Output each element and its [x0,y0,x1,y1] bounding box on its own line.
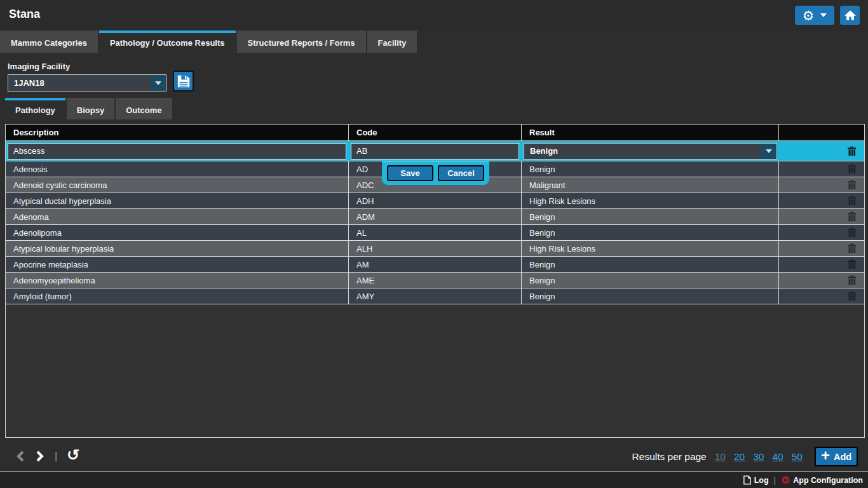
cell-description[interactable]: Amyloid (tumor) [6,288,349,304]
cell-code[interactable]: ADM [349,209,522,224]
table-row[interactable]: Adenomyoepithelioma AME Benign [6,273,864,288]
subtab-pathology[interactable]: Pathology [5,98,65,119]
description-input[interactable] [8,143,346,159]
table-row[interactable]: Atypical lobular hyperplasia ALH High Ri… [6,241,864,257]
trash-icon [848,243,856,254]
result-select[interactable]: Benign [524,143,777,159]
cell-description[interactable]: Adenomyoepithelioma [6,273,349,288]
cell-code[interactable]: ADH [349,193,522,208]
tab-mammo-categories[interactable]: Mammo Categories [0,30,98,53]
app-configuration-button[interactable]: ⚙ App Configuration [781,475,863,485]
tab-facility[interactable]: Facility [367,30,417,53]
cell-result[interactable]: Benign [522,209,779,224]
page-size-10[interactable]: 10 [715,451,726,463]
delete-row-button[interactable] [848,243,856,254]
column-header-code: Code [349,125,522,140]
cell-code[interactable]: AM [349,257,522,272]
cell-description[interactable]: Adenoma [6,209,349,224]
select-arrow-button[interactable] [761,144,776,159]
imaging-facility-select[interactable]: 1JAN18 [8,74,166,92]
cell-code[interactable]: AME [349,273,522,288]
trash-icon [848,291,856,301]
sub-tab-bar: Pathology Biopsy Outcome [5,98,173,119]
cancel-button[interactable]: Cancel [438,165,484,181]
table-row[interactable]: Apocrine metaplasia AM Benign [6,257,864,273]
cell-description[interactable]: Adenosis [6,161,349,177]
column-header-actions [779,125,864,140]
cell-description[interactable]: Adenolipoma [6,225,349,240]
code-input[interactable] [351,143,519,159]
result-select-value: Benign [524,144,761,159]
plus-icon: + [821,448,830,463]
page-size-40[interactable]: 40 [773,451,783,463]
divider: | [774,475,776,485]
table-row-editing[interactable]: Benign [6,141,864,161]
cell-description[interactable]: Apocrine metaplasia [6,257,349,272]
chevron-down-icon [820,13,827,17]
edit-actions-popup: Save Cancel [382,161,489,185]
cell-code[interactable]: ALH [349,241,522,256]
refresh-button[interactable]: ↺ [67,447,79,463]
cell-description[interactable]: Atypical lobular hyperplasia [6,241,349,256]
trash-icon [848,196,856,206]
tab-pathology-outcome-results[interactable]: Pathology / Outcome Results [99,30,236,53]
table-row[interactable]: Adenoma ADM Benign [6,209,864,225]
cell-description[interactable]: Atypical ductal hyperplasia [6,193,349,208]
gear-icon: ⚙ [803,9,815,22]
add-row-button[interactable]: + Add [815,447,858,466]
cell-code[interactable]: AMY [349,288,522,304]
imaging-facility-label: Imaging Facility [8,62,70,71]
delete-row-button[interactable] [848,164,856,174]
trash-icon [848,275,856,285]
delete-row-button[interactable] [848,275,856,285]
delete-row-button[interactable] [848,180,856,190]
cell-result[interactable]: Benign [522,257,779,272]
column-header-result: Result [522,125,779,140]
cell-result[interactable]: Benign [522,225,779,240]
column-header-description: Description [6,125,349,140]
delete-row-button[interactable] [848,212,856,222]
imaging-facility-value: 1JAN18 [8,75,151,91]
select-arrow-button[interactable] [151,75,166,91]
page-size-50[interactable]: 50 [792,451,803,463]
cell-result[interactable]: Benign [522,161,779,177]
cell-result[interactable]: High Risk Lesions [522,193,779,208]
delete-row-button[interactable] [848,227,856,238]
cell-result[interactable]: Benign [522,288,779,304]
cell-result[interactable]: Benign [522,273,779,288]
delete-row-button[interactable] [848,146,856,156]
delete-row-button[interactable] [848,291,856,301]
cell-description[interactable]: Adenoid cystic carcinoma [6,177,349,193]
delete-row-button[interactable] [848,196,856,206]
table-row[interactable]: Amyloid (tumor) AMY Benign [6,288,864,304]
subtab-biopsy[interactable]: Biopsy [67,98,114,119]
next-page-button[interactable] [35,450,45,463]
trash-icon [848,180,856,190]
pathology-table: Description Code Result Benign Save [5,124,865,438]
results-per-page-label: Results per page [632,451,707,463]
pager-bar: | ↺ Results per page 10 20 30 40 50 + Ad… [0,444,868,471]
settings-menu-button[interactable]: ⚙ [795,6,834,25]
trash-icon [848,227,856,238]
top-bar: Stana ⚙ [0,0,868,30]
gear-icon: ⚙ [781,475,790,485]
save-facility-button[interactable] [173,71,194,92]
save-button[interactable]: Save [387,165,433,181]
page-size-20[interactable]: 20 [734,451,745,463]
trash-icon [848,164,856,174]
previous-page-button[interactable] [15,450,25,463]
page-size-30[interactable]: 30 [753,451,764,463]
cell-code[interactable]: AL [349,225,522,240]
trash-icon [848,259,856,269]
cell-result[interactable]: Malignant [522,177,779,193]
table-row[interactable]: Adenolipoma AL Benign [6,225,864,241]
table-row[interactable]: Atypical ductal hyperplasia ADH High Ris… [6,193,864,209]
tab-structured-reports-forms[interactable]: Structured Reports / Forms [237,30,366,53]
log-button[interactable]: Log [743,475,769,485]
delete-row-button[interactable] [848,259,856,269]
trash-icon [848,212,856,222]
home-button[interactable] [840,6,860,25]
cell-result[interactable]: High Risk Lesions [522,241,779,256]
divider: | [55,451,57,462]
subtab-outcome[interactable]: Outcome [116,98,172,119]
